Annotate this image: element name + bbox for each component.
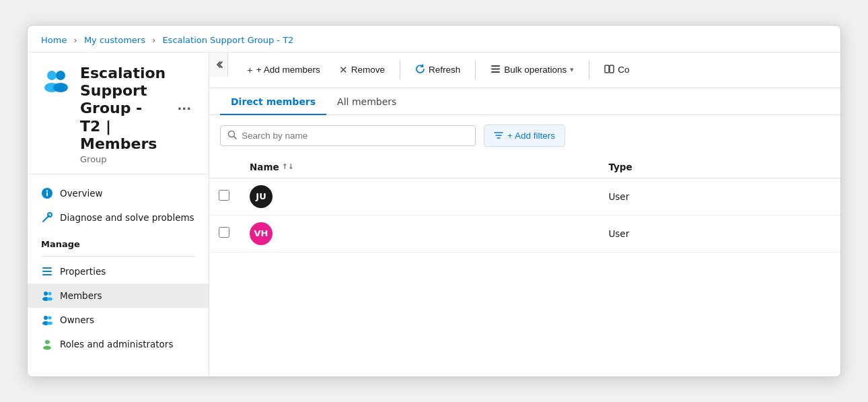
- svg-point-16: [47, 298, 52, 301]
- bulk-operations-label: Bulk operations: [504, 65, 567, 75]
- breadcrumb-sep2: ›: [152, 35, 155, 45]
- roles-icon: [41, 338, 53, 350]
- refresh-label: Refresh: [429, 65, 460, 75]
- svg-rect-10: [42, 267, 52, 269]
- members-table-wrapper: Name ↑↓ Type: [209, 156, 840, 253]
- sidebar-item-members[interactable]: Members: [28, 283, 209, 308]
- columns-button[interactable]: Co: [596, 59, 637, 81]
- sidebar: Escalation Support Group - T2 | Members …: [28, 53, 209, 377]
- row2-name-cell: VH: [240, 215, 599, 252]
- table-header-row: Name ↑↓ Type: [209, 156, 840, 178]
- svg-point-1: [56, 71, 65, 80]
- sidebar-nav: Overview Diagnose and solve problems Man…: [28, 174, 209, 363]
- manage-section-label: Manage: [28, 230, 209, 253]
- row1-type: User: [608, 191, 629, 202]
- row1-avatar: JU: [250, 185, 273, 208]
- breadcrumb-my-customers[interactable]: My customers: [84, 35, 145, 45]
- breadcrumb-home[interactable]: Home: [41, 35, 67, 45]
- remove-button[interactable]: ✕ Remove: [331, 59, 393, 81]
- add-icon: +: [247, 64, 253, 75]
- add-members-button[interactable]: + + Add members: [239, 59, 328, 80]
- th-name[interactable]: Name ↑↓: [240, 156, 599, 178]
- add-filters-label: + Add filters: [507, 131, 555, 141]
- toolbar-sep2: [475, 61, 476, 79]
- name-col-label: Name: [250, 162, 279, 172]
- svg-point-22: [43, 346, 51, 350]
- bulk-operations-button[interactable]: Bulk operations ▾: [482, 59, 582, 81]
- sidebar-item-properties[interactable]: Properties: [28, 259, 209, 283]
- row1-check-cell: [209, 178, 240, 215]
- main-layout: Escalation Support Group - T2 | Members …: [28, 53, 840, 377]
- row2-checkbox[interactable]: [219, 227, 229, 238]
- sidebar-item-roles-label: Roles and administrators: [60, 339, 173, 349]
- page-header: Escalation Support Group - T2 | Members …: [28, 53, 209, 175]
- sidebar-item-owners[interactable]: Owners: [28, 308, 209, 332]
- sidebar-item-properties-label: Properties: [60, 266, 106, 277]
- svg-point-0: [47, 71, 57, 80]
- type-col-label: Type: [608, 162, 632, 172]
- svg-rect-26: [491, 71, 500, 73]
- sidebar-item-owners-label: Owners: [60, 314, 94, 325]
- columns-icon: [604, 64, 614, 76]
- add-members-label: + Add members: [256, 65, 320, 75]
- members-table: Name ↑↓ Type: [209, 156, 840, 253]
- sidebar-item-roles[interactable]: Roles and administrators: [28, 332, 209, 356]
- svg-line-7: [43, 216, 48, 222]
- search-box[interactable]: [220, 125, 476, 146]
- remove-label: Remove: [351, 65, 385, 75]
- svg-rect-25: [491, 68, 500, 69]
- filter-icon: [494, 130, 503, 141]
- members-icon: [41, 290, 53, 302]
- sidebar-item-diagnose-label: Diagnose and solve problems: [60, 212, 194, 223]
- svg-point-18: [48, 316, 52, 320]
- owners-icon: [41, 314, 53, 326]
- row2-type: User: [608, 228, 629, 239]
- sidebar-item-overview[interactable]: Overview: [28, 181, 209, 205]
- table-row: JU User: [209, 178, 840, 215]
- th-checkbox: [209, 156, 240, 178]
- search-input[interactable]: [242, 131, 468, 141]
- svg-line-30: [234, 136, 237, 139]
- row2-check-cell: [209, 215, 240, 252]
- app-window: Home › My customers › Escalation Support…: [27, 25, 841, 378]
- th-type: Type: [599, 156, 840, 178]
- page-subtitle: Group: [80, 154, 195, 164]
- tab-all-members-label: All members: [337, 96, 396, 107]
- sidebar-divider: [41, 256, 195, 257]
- page-header-text: Escalation Support Group - T2 | Members …: [80, 65, 195, 165]
- sort-icon: ↑↓: [282, 162, 294, 171]
- wrench-icon: [41, 211, 53, 224]
- breadcrumb: Home › My customers › Escalation Support…: [28, 26, 840, 53]
- row1-initials: JU: [256, 191, 266, 201]
- row1-checkbox[interactable]: [219, 190, 229, 201]
- tab-direct-members[interactable]: Direct members: [220, 88, 326, 115]
- toolbar-sep3: [589, 61, 589, 79]
- toolbar-sep1: [400, 61, 400, 79]
- toolbar: + + Add members ✕ Remove: [228, 53, 840, 88]
- svg-line-9: [48, 215, 50, 216]
- row1-type-cell: User: [599, 178, 840, 215]
- name-sort[interactable]: Name ↑↓: [250, 162, 294, 172]
- sidebar-item-diagnose[interactable]: Diagnose and solve problems: [28, 205, 209, 230]
- refresh-button[interactable]: Refresh: [407, 59, 468, 81]
- svg-rect-11: [42, 271, 52, 272]
- content-area: + + Add members ✕ Remove: [209, 53, 840, 377]
- svg-point-14: [48, 292, 52, 296]
- search-filter-row: + Add filters: [209, 115, 840, 156]
- collapse-sidebar-button[interactable]: [209, 53, 228, 77]
- properties-icon: [41, 265, 53, 277]
- bulk-icon: [491, 64, 501, 76]
- row2-initials: VH: [254, 228, 268, 238]
- more-options-button[interactable]: ···: [173, 100, 195, 117]
- row2-type-cell: User: [599, 215, 840, 252]
- breadcrumb-group[interactable]: Escalation Support Group - T2: [162, 35, 293, 45]
- add-filters-button[interactable]: + Add filters: [484, 125, 565, 147]
- tab-all-members[interactable]: All members: [326, 88, 407, 115]
- page-title: Escalation Support Group - T2 | Members: [80, 65, 166, 154]
- svg-rect-5: [46, 193, 48, 197]
- refresh-icon: [415, 64, 425, 76]
- sidebar-item-overview-label: Overview: [60, 188, 103, 199]
- breadcrumb-sep1: ›: [74, 35, 77, 45]
- search-icon: [227, 130, 237, 141]
- svg-point-20: [47, 322, 52, 325]
